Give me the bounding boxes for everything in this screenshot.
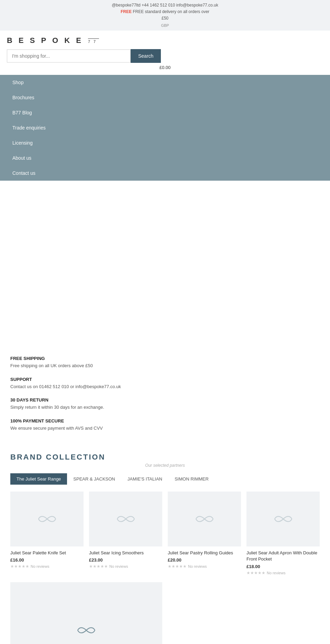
contact-info: @bespoke77ltd +44 1462 512 010 info@besp…	[3, 2, 327, 9]
currency-selector[interactable]: GBP	[3, 23, 327, 29]
free-label: FREE	[121, 9, 132, 14]
product-card[interactable]: Juliet Sear Icing Smoothers £23.00 ★★★★★…	[89, 492, 162, 575]
product-grid: Juliet Sear Palette Knife Set £16.00 ★★★…	[10, 492, 320, 575]
product-price: £23.00	[89, 557, 162, 563]
search-input[interactable]	[7, 49, 131, 63]
shipping-text: FREE standard delivery on all orders ove…	[133, 9, 209, 14]
product-name: Juliet Sear Icing Smoothers	[89, 550, 162, 556]
feature-title: 30 DAYS RETURN	[10, 397, 320, 403]
brand-collection: BRAND COLLECTION Our selected partners T…	[0, 446, 330, 644]
main-nav: ShopBrochuresB77 BlogTrade enquiriesLice…	[0, 75, 330, 181]
nav-item-brochures[interactable]: Brochures	[7, 90, 323, 105]
feature-desc: Contact us on 01462 512 010 or info@besp…	[10, 383, 320, 390]
feature-30-days-return: 30 DAYS RETURN Simply return it within 3…	[10, 397, 320, 411]
product-image	[89, 492, 162, 546]
brand-tab-simon-rimmer[interactable]: SIMON RIMMER	[168, 473, 215, 485]
brand-tab-spear-&-jackson[interactable]: SPEAR & JACKSON	[67, 473, 121, 485]
star-icons: ★★★★★	[168, 564, 187, 569]
shipping-threshold: £50	[162, 16, 168, 21]
product-rating: ★★★★★ No reviews	[89, 564, 162, 569]
feature-desc: Simply return it within 30 days for an e…	[10, 404, 320, 411]
star-icons: ★★★★★	[10, 564, 29, 569]
product-name: Juliet Sear Pastry Rolling Guides	[168, 550, 241, 556]
product-grid-wide	[10, 582, 320, 644]
product-image	[168, 492, 241, 546]
product-name: Juliet Sear Adult Apron With Double Fron…	[246, 550, 320, 562]
feature-support: SUPPORT Contact us on 01462 512 010 or i…	[10, 377, 320, 390]
star-icons: ★★★★★	[246, 570, 265, 575]
reviews-count: No reviews	[188, 564, 207, 568]
product-card[interactable]: Juliet Sear Adult Apron With Double Fron…	[246, 492, 320, 575]
shipping-info: FREE FREE standard delivery on all order…	[3, 9, 327, 22]
product-card[interactable]: Juliet Sear Pastry Rolling Guides £20.00…	[168, 492, 241, 575]
brand-title: BRAND COLLECTION	[10, 453, 320, 462]
feature-free-shipping: FREE SHIPPING Free shipping on all UK or…	[10, 356, 320, 369]
brand-subtitle: Our selected partners	[10, 463, 320, 468]
search-row: Search	[7, 49, 323, 63]
product-image-wide	[10, 582, 162, 644]
nav-item-shop[interactable]: Shop	[7, 75, 323, 90]
product-rating: ★★★★★ No reviews	[10, 564, 84, 569]
product-image	[246, 492, 320, 546]
nav-item-contact-us[interactable]: Contact us	[7, 166, 323, 181]
nav-item-about-us[interactable]: About us	[7, 150, 323, 166]
star-icons: ★★★★★	[89, 564, 108, 569]
product-price: £20.00	[168, 557, 241, 563]
brand-tab-the-juliet-sear-range[interactable]: The Juliet Sear Range	[10, 473, 67, 485]
feature-title: FREE SHIPPING	[10, 356, 320, 361]
logo: B E S P O K E 77	[7, 36, 323, 45]
cart-total[interactable]: £0.00	[7, 65, 323, 71]
search-button[interactable]: Search	[131, 49, 161, 63]
features-section: FREE SHIPPING Free shipping on all UK or…	[0, 346, 330, 446]
reviews-count: No reviews	[109, 564, 128, 568]
product-card-wide[interactable]	[10, 582, 162, 644]
top-bar: @bespoke77ltd +44 1462 512 010 info@besp…	[0, 0, 330, 31]
nav-item-licensing[interactable]: Licensing	[7, 135, 323, 150]
product-name: Juliet Sear Palette Knife Set	[10, 550, 84, 556]
feature-title: SUPPORT	[10, 377, 320, 382]
hero-area	[0, 181, 330, 346]
brand-tabs: The Juliet Sear RangeSPEAR & JACKSONJAMI…	[10, 473, 320, 485]
nav-item-trade-enquiries[interactable]: Trade enquiries	[7, 120, 323, 135]
feature-desc: Free shipping on all UK orders above £50	[10, 362, 320, 369]
product-price: £18.00	[246, 564, 320, 569]
product-card[interactable]: Juliet Sear Palette Knife Set £16.00 ★★★…	[10, 492, 84, 575]
reviews-count: No reviews	[267, 571, 285, 575]
nav-item-b77-blog[interactable]: B77 Blog	[7, 105, 323, 120]
product-rating: ★★★★★ No reviews	[246, 570, 320, 575]
feature-100-payment-secure: 100% PAYMENT SECURE We ensure secure pay…	[10, 418, 320, 432]
product-image	[10, 492, 84, 546]
logo-text: B E S P O K E	[7, 36, 83, 45]
product-rating: ★★★★★ No reviews	[168, 564, 241, 569]
header: B E S P O K E 77 Search £0.00	[0, 31, 330, 75]
reviews-count: No reviews	[31, 564, 49, 568]
product-price: £16.00	[10, 557, 84, 563]
logo-number: 77	[88, 38, 99, 44]
feature-title: 100% PAYMENT SECURE	[10, 418, 320, 423]
feature-desc: We ensure secure payment with AVS and CV…	[10, 425, 320, 432]
brand-tab-jamie's-italian[interactable]: JAMIE'S ITALIAN	[121, 473, 168, 485]
